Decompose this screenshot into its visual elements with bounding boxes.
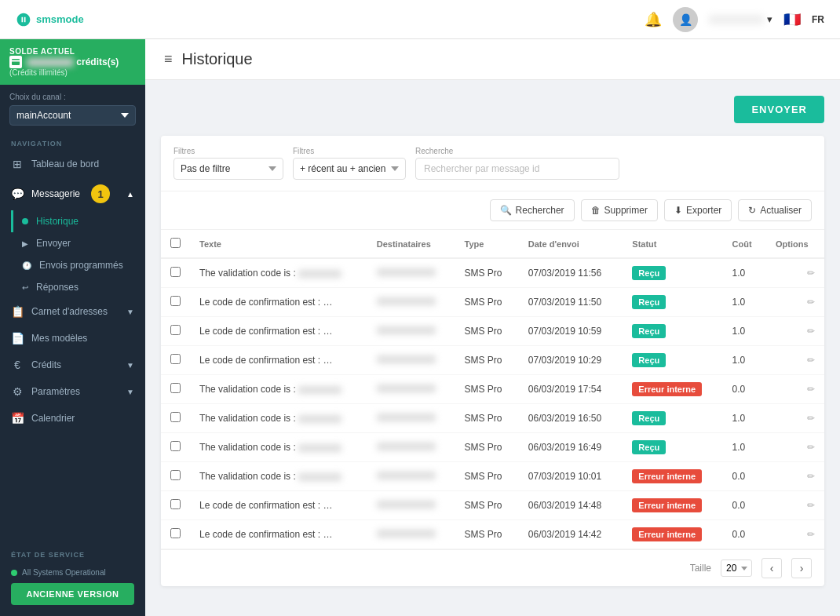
cell-type: SMS Pro <box>455 288 519 317</box>
export-button[interactable]: ⬇ Exporter <box>664 199 732 221</box>
row-checkbox[interactable] <box>170 267 181 277</box>
channel-select[interactable]: mainAccount <box>9 105 136 126</box>
cell-options[interactable]: ✏ <box>766 258 824 288</box>
cell-text: The validation code is : <box>190 258 367 288</box>
sidebar-item-messagerie[interactable]: 💬 Messagerie 1 ▲ <box>0 177 145 210</box>
cell-cost: 1.0 <box>723 346 766 375</box>
cell-cost: 1.0 <box>723 258 766 288</box>
refresh-button[interactable]: ↻ Actualiser <box>738 199 812 221</box>
svg-rect-0 <box>12 59 20 65</box>
cell-date: 07/03/2019 10:01 <box>519 462 623 491</box>
sidebar-item-calendrier[interactable]: 📅 Calendrier <box>0 405 145 432</box>
cell-options[interactable]: ✏ <box>766 375 824 404</box>
col-options: Options <box>766 230 824 258</box>
row-checkbox[interactable] <box>170 354 181 364</box>
filter1-select[interactable]: Pas de filtre <box>173 158 283 180</box>
avatar: 👤 <box>673 7 698 32</box>
cell-date: 07/03/2019 11:56 <box>519 258 623 288</box>
table-row: Le code de confirmation est : SMS Pro 07… <box>161 288 824 317</box>
cell-status: Reçu <box>623 317 722 346</box>
cell-cost: 1.0 <box>723 317 766 346</box>
cell-status: Reçu <box>623 346 722 375</box>
chevron-down-icon: ▾ <box>767 13 772 25</box>
select-all-checkbox[interactable] <box>170 238 181 248</box>
flag-icon: 🇫🇷 <box>783 11 801 28</box>
row-checkbox[interactable] <box>170 499 181 509</box>
cell-dest <box>367 258 455 288</box>
template-icon: 📄 <box>11 332 24 344</box>
sidebar-item-carnet-adresses[interactable]: 📋 Carnet d'adresses ▼ <box>0 298 145 325</box>
sidebar-subitem-envois-programmes[interactable]: 🕐 Envois programmés <box>11 254 145 276</box>
table-row: Le code de confirmation est : SMS Pro 07… <box>161 346 824 375</box>
cell-options[interactable]: ✏ <box>766 491 824 520</box>
next-page-button[interactable]: › <box>791 558 812 578</box>
sidebar-item-label: Paramètres <box>31 386 80 397</box>
search-label: Rechercher <box>516 205 564 216</box>
cell-date: 06/03/2019 14:48 <box>519 491 623 520</box>
sidebar-item-tableau-de-bord[interactable]: ⊞ Tableau de bord <box>0 151 145 177</box>
row-checkbox[interactable] <box>170 412 181 422</box>
sidebar-item-label: Mes modèles <box>31 333 87 344</box>
cell-cost: 1.0 <box>723 433 766 462</box>
row-checkbox[interactable] <box>170 470 181 480</box>
cell-type: SMS Pro <box>455 375 519 404</box>
cell-date: 07/03/2019 11:50 <box>519 288 623 317</box>
cell-text: The validation code is : <box>190 375 367 404</box>
bell-icon[interactable]: 🔔 <box>645 11 662 28</box>
row-checkbox[interactable] <box>170 383 181 393</box>
status-dot <box>11 570 17 576</box>
subitem-label: Réponses <box>36 282 79 293</box>
topbar-left: smsmode <box>16 12 84 27</box>
taille-label: Taille <box>690 563 711 574</box>
settings-icon: ⚙ <box>11 385 24 398</box>
search-input[interactable] <box>415 158 619 180</box>
refresh-label: Actualiser <box>760 205 802 216</box>
messagerie-submenu: Historique ▶ Envoyer 🕐 Envois programmés… <box>0 210 145 298</box>
filter2-select[interactable]: + récent au + ancien <box>293 158 406 180</box>
cell-cost: 0.0 <box>723 520 766 549</box>
cell-type: SMS Pro <box>455 317 519 346</box>
col-texte: Texte <box>190 230 367 258</box>
cell-text: Le code de confirmation est : <box>190 346 367 375</box>
sidebar-subitem-envoyer[interactable]: ▶ Envoyer <box>11 232 145 254</box>
cell-status: Erreur interne <box>623 375 722 404</box>
cell-options[interactable]: ✏ <box>766 346 824 375</box>
language-label[interactable]: FR <box>812 14 824 25</box>
prev-page-button[interactable]: ‹ <box>761 558 782 578</box>
row-checkbox[interactable] <box>170 528 181 538</box>
cell-type: SMS Pro <box>455 433 519 462</box>
cell-options[interactable]: ✏ <box>766 404 824 433</box>
cell-options[interactable]: ✏ <box>766 520 824 549</box>
col-cout: Coût <box>723 230 766 258</box>
row-checkbox[interactable] <box>170 296 181 306</box>
delete-button[interactable]: 🗑 Supprimer <box>581 199 658 221</box>
cell-text: The validation code is : <box>190 462 367 491</box>
legacy-version-button[interactable]: ANCIENNE VERSION <box>11 583 134 605</box>
cell-options[interactable]: ✏ <box>766 433 824 462</box>
cell-cost: 1.0 <box>723 288 766 317</box>
row-checkbox[interactable] <box>170 441 181 451</box>
balance-sub: (Crédits illimités) <box>9 68 136 77</box>
cell-date: 06/03/2019 14:42 <box>519 520 623 549</box>
credit-card-icon <box>9 56 22 68</box>
send-button[interactable]: ENVOYER <box>734 96 824 123</box>
search-button[interactable]: 🔍 Rechercher <box>490 199 575 221</box>
page-size-select[interactable]: 20 <box>721 560 752 577</box>
cell-status: Reçu <box>623 433 722 462</box>
row-checkbox[interactable] <box>170 325 181 335</box>
sidebar-item-parametres[interactable]: ⚙ Paramètres ▼ <box>0 378 145 405</box>
table-actions: 🔍 Rechercher 🗑 Supprimer ⬇ Exporter ↻ Ac… <box>161 191 824 230</box>
sidebar-item-credits[interactable]: € Crédits ▼ <box>0 352 145 378</box>
sidebar-subitem-reponses[interactable]: ↩ Réponses <box>11 276 145 298</box>
cell-status: Reçu <box>623 258 722 288</box>
history-table-container: Filtres Pas de filtre Filtres + récent a… <box>161 136 824 586</box>
cell-options[interactable]: ✏ <box>766 462 824 491</box>
chevron-down-icon: ▼ <box>126 361 134 370</box>
sidebar-item-mes-modeles[interactable]: 📄 Mes modèles <box>0 325 145 352</box>
cell-options[interactable]: ✏ <box>766 317 824 346</box>
cell-dest <box>367 491 455 520</box>
cell-options[interactable]: ✏ <box>766 288 824 317</box>
page-header: ≡ Historique <box>145 39 840 80</box>
sidebar-subitem-historique[interactable]: Historique <box>11 210 145 232</box>
username[interactable]: ▾ <box>709 13 772 25</box>
